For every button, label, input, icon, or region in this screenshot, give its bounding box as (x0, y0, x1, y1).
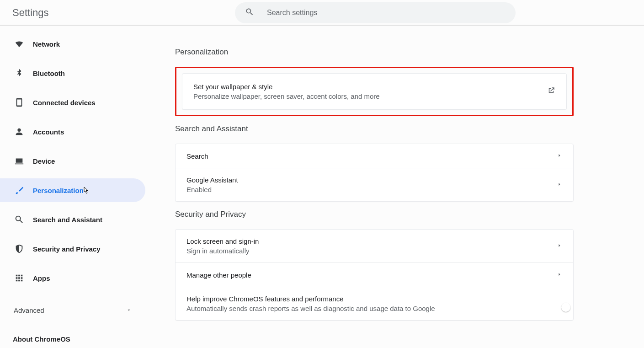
person-icon (14, 126, 25, 137)
row-title: Search (186, 152, 208, 160)
settings-row[interactable]: Help improve ChromeOS features and perfo… (176, 287, 573, 320)
search-box[interactable] (235, 2, 516, 23)
brush-icon (14, 185, 25, 196)
row-title: Manage other people (186, 271, 251, 279)
sidebar-item-label: Accounts (33, 128, 64, 136)
sidebar-advanced[interactable]: Advanced (0, 298, 145, 322)
laptop-icon (14, 155, 25, 166)
row-subtitle: Personalize wallpaper, screen saver, acc… (193, 92, 380, 100)
divider (0, 324, 146, 324)
search-input[interactable] (267, 9, 506, 17)
shield-icon (14, 243, 25, 254)
section-title: Search and Assistant (175, 124, 574, 134)
sidebar-item-device[interactable]: Device (0, 149, 145, 173)
sidebar-about[interactable]: About ChromeOS (0, 326, 146, 343)
section-title: Personalization (175, 48, 574, 57)
sidebar-item-label: Connected devices (33, 99, 96, 107)
highlight-box: Set your wallpaper & stylePersonalize wa… (175, 67, 574, 116)
chevron-right-icon (557, 181, 562, 188)
apps-icon (14, 273, 25, 284)
row-title: Lock screen and sign-in (186, 237, 259, 245)
bluetooth-icon (14, 68, 25, 79)
settings-row[interactable]: Manage other people (176, 262, 573, 287)
row-title: Help improve ChromeOS features and perfo… (186, 295, 435, 303)
search-icon (245, 7, 254, 18)
section-title: Security and Privacy (175, 210, 574, 219)
settings-row[interactable]: Set your wallpaper & stylePersonalize wa… (182, 74, 566, 109)
open-external-icon (547, 88, 555, 96)
chevron-right-icon (557, 242, 562, 250)
sidebar-item-label: Personalization (33, 187, 84, 194)
wifi-icon (14, 38, 25, 49)
sidebar-item-accounts[interactable]: Accounts (0, 120, 145, 144)
sidebar-item-label: Search and Assistant (33, 216, 102, 224)
settings-row[interactable]: Google AssistantEnabled (176, 168, 573, 201)
row-title: Set your wallpaper & style (193, 83, 380, 91)
card: Lock screen and sign-inSign in automatic… (175, 229, 574, 321)
row-subtitle: Automatically sends crash reports as wel… (186, 305, 435, 312)
sidebar-item-personal[interactable]: Personalization (0, 178, 145, 202)
phone-icon (14, 97, 25, 108)
sidebar-item-search[interactable]: Search and Assistant (0, 208, 145, 231)
row-subtitle: Sign in automatically (186, 247, 259, 255)
sidebar-item-label: Security and Privacy (33, 245, 101, 253)
card: SearchGoogle AssistantEnabled (175, 144, 574, 202)
row-title: Google Assistant (186, 176, 238, 184)
row-subtitle: Enabled (186, 186, 238, 193)
sidebar-item-security[interactable]: Security and Privacy (0, 237, 145, 261)
sidebar-item-label: Device (33, 157, 55, 165)
sidebar-item-label: Bluetooth (33, 70, 65, 77)
sidebar-item-devices[interactable]: Connected devices (0, 91, 145, 114)
topbar: Settings (0, 0, 644, 26)
sidebar-item-apps[interactable]: Apps (0, 266, 145, 290)
chevron-right-icon (557, 271, 562, 278)
sidebar: NetworkBluetoothConnected devicesAccount… (0, 26, 146, 348)
main-content: PersonalizationSet your wallpaper & styl… (146, 26, 644, 348)
page-title: Settings (12, 7, 49, 19)
chevron-right-icon (557, 152, 562, 160)
sidebar-item-bluetooth[interactable]: Bluetooth (0, 61, 145, 85)
sidebar-item-label: Network (33, 40, 60, 48)
sidebar-item-label: Apps (33, 274, 50, 282)
settings-row[interactable]: Lock screen and sign-inSign in automatic… (176, 230, 573, 262)
chevron-down-icon (126, 306, 132, 314)
search-icon (14, 214, 25, 225)
card: Set your wallpaper & stylePersonalize wa… (182, 73, 567, 110)
sidebar-item-network[interactable]: Network (0, 32, 145, 56)
settings-row[interactable]: Search (176, 144, 573, 168)
advanced-label: Advanced (14, 306, 44, 314)
